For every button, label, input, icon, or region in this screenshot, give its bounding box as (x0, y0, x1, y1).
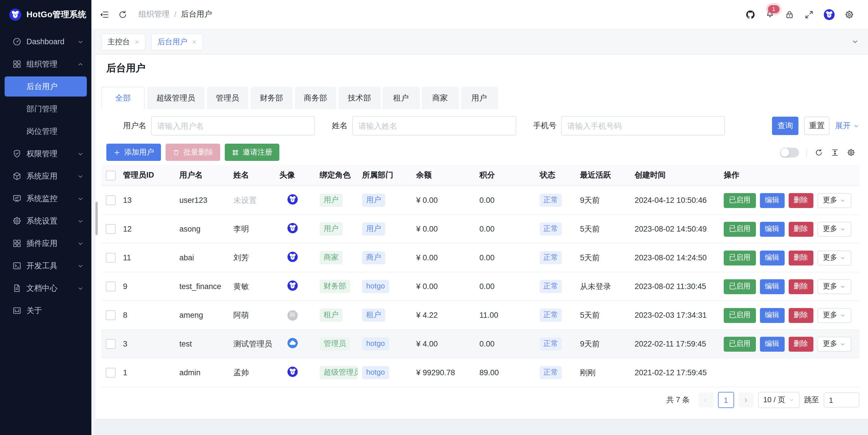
sidebar-item-Dashboard[interactable]: Dashboard (0, 30, 91, 53)
row-checkbox[interactable] (106, 368, 116, 377)
column-header[interactable]: 创建时间 (630, 170, 719, 181)
delete-button[interactable]: 删除 (788, 221, 813, 237)
github-icon[interactable] (746, 9, 755, 19)
column-header[interactable]: 姓名 (229, 170, 275, 181)
breadcrumb-item[interactable]: 组织管理 (138, 9, 169, 20)
column-header[interactable]: 管理员ID (118, 170, 175, 181)
enabled-button[interactable]: 已启用 (724, 279, 755, 294)
sidebar-item-开发工具[interactable]: 开发工具 (0, 254, 91, 277)
jump-page-input[interactable] (824, 393, 859, 407)
column-header[interactable]: 用户名 (175, 170, 229, 181)
sidebar-item-插件应用[interactable]: 插件应用 (0, 232, 91, 254)
page-size-select[interactable]: 10 / 页 (758, 392, 800, 408)
filter-input[interactable] (151, 116, 315, 135)
tabbar-chevron-down-icon[interactable] (851, 38, 859, 45)
edit-button[interactable]: 编辑 (760, 308, 784, 323)
scrollbar-thumb[interactable] (95, 202, 98, 235)
filter-input[interactable] (561, 116, 725, 135)
column-header[interactable]: 操作 (719, 170, 859, 181)
sidebar-item-系统监控[interactable]: 系统监控 (0, 187, 91, 210)
nav-tab[interactable]: 后台用户 (151, 33, 203, 50)
nav-tab[interactable]: 主控台 (101, 33, 146, 50)
sidebar-subitem-部门管理[interactable]: 部门管理 (0, 98, 91, 120)
delete-button[interactable]: 删除 (788, 308, 813, 323)
table-gear-icon[interactable] (847, 148, 855, 157)
expand-toggle[interactable]: 展开 (835, 121, 859, 131)
batch-delete-button[interactable]: 批量删除 (165, 144, 220, 161)
user-avatar-icon[interactable] (824, 9, 835, 20)
line-height-icon[interactable] (831, 148, 839, 157)
notifications[interactable]: 1 (765, 8, 775, 21)
collapse-menu-icon[interactable] (99, 9, 109, 19)
column-header[interactable]: 绑定角色 (315, 170, 358, 181)
role-tab[interactable]: 技术部 (339, 87, 380, 109)
row-checkbox[interactable] (106, 310, 116, 320)
row-checkbox[interactable] (106, 195, 116, 205)
edit-button[interactable]: 编辑 (760, 337, 784, 351)
edit-button[interactable]: 编辑 (760, 221, 784, 237)
reload-table-icon[interactable] (814, 148, 823, 157)
column-header[interactable]: 最近活跃 (576, 170, 630, 181)
striped-toggle[interactable] (780, 147, 799, 157)
close-icon[interactable] (134, 39, 139, 44)
column-header[interactable]: 所属部门 (358, 170, 411, 181)
row-checkbox[interactable] (106, 224, 116, 234)
enabled-button[interactable]: 已启用 (724, 250, 755, 265)
role-tab[interactable]: 商家 (422, 87, 459, 109)
more-button[interactable]: 更多 (817, 221, 851, 237)
column-header[interactable]: 积分 (475, 170, 535, 181)
role-tab[interactable]: 超级管理员 (147, 87, 204, 109)
enabled-button[interactable]: 已启用 (724, 221, 755, 237)
role-tab[interactable]: 全部 (101, 87, 145, 109)
add-user-button[interactable]: 添加用户 (106, 144, 161, 161)
column-header[interactable]: 头像 (275, 170, 315, 181)
close-icon[interactable] (192, 39, 196, 44)
enabled-button[interactable]: 已启用 (724, 193, 755, 208)
breadcrumb-item-current[interactable]: 后台用户 (181, 9, 212, 20)
row-checkbox[interactable] (106, 282, 116, 291)
edit-button[interactable]: 编辑 (760, 193, 784, 208)
invite-register-button[interactable]: 邀请注册 (225, 144, 279, 161)
next-page-button[interactable] (738, 393, 753, 407)
sidebar-subitem-后台用户[interactable]: 后台用户 (5, 76, 87, 97)
sidebar-item-关于[interactable]: 关于 (0, 300, 91, 322)
sidebar-item-组织管理[interactable]: 组织管理 (0, 53, 91, 75)
delete-button[interactable]: 删除 (788, 193, 813, 208)
delete-button[interactable]: 删除 (788, 250, 813, 265)
sidebar-item-权限管理[interactable]: 权限管理 (0, 143, 91, 165)
role-tab[interactable]: 财务部 (251, 87, 292, 109)
more-button[interactable]: 更多 (817, 250, 851, 265)
more-button[interactable]: 更多 (817, 308, 851, 323)
delete-button[interactable]: 删除 (788, 279, 813, 294)
more-button[interactable]: 更多 (817, 337, 851, 351)
role-tab[interactable]: 管理员 (207, 87, 248, 109)
edit-button[interactable]: 编辑 (760, 279, 784, 294)
refresh-icon[interactable] (118, 9, 128, 19)
row-checkbox[interactable] (106, 253, 116, 262)
select-all-checkbox[interactable] (106, 170, 116, 180)
app-logo[interactable]: HotGo管理系统 (0, 0, 91, 29)
delete-button[interactable]: 删除 (788, 337, 813, 351)
role-tab[interactable]: 用户 (461, 87, 498, 109)
gear-icon[interactable] (844, 9, 854, 19)
more-button[interactable]: 更多 (817, 279, 851, 294)
search-button[interactable]: 查询 (772, 117, 799, 135)
sidebar-item-系统应用[interactable]: 系统应用 (0, 165, 91, 187)
reset-button[interactable]: 重置 (804, 117, 830, 135)
lock-icon[interactable] (785, 9, 795, 19)
more-button[interactable]: 更多 (817, 193, 851, 208)
edit-button[interactable]: 编辑 (760, 250, 784, 265)
role-tab[interactable]: 商务部 (294, 87, 336, 109)
sidebar-item-系统设置[interactable]: 系统设置 (0, 210, 91, 232)
sidebar-subitem-岗位管理[interactable]: 岗位管理 (0, 120, 91, 143)
enabled-button[interactable]: 已启用 (724, 308, 755, 323)
column-header[interactable]: 余额 (411, 170, 475, 181)
prev-page-button[interactable] (698, 393, 713, 407)
enabled-button[interactable]: 已启用 (724, 337, 755, 351)
column-header[interactable]: 状态 (535, 170, 576, 181)
role-tab[interactable]: 租户 (382, 87, 419, 109)
filter-input[interactable] (352, 116, 516, 135)
row-checkbox[interactable] (106, 339, 116, 349)
sidebar-item-文档中心[interactable]: 文档中心 (0, 277, 91, 300)
fullscreen-icon[interactable] (804, 9, 814, 19)
